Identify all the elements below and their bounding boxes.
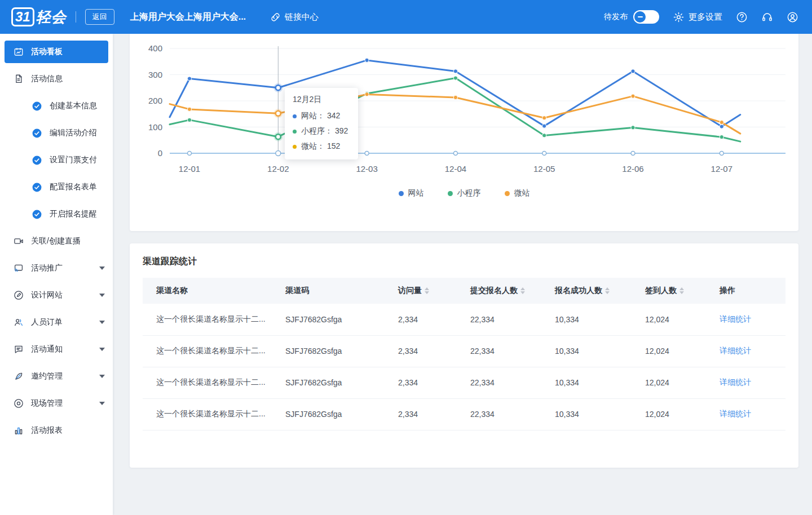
sidebar-item-8[interactable]: 活动推广 (0, 257, 113, 279)
dashboard-icon (14, 47, 24, 57)
sidebar-item-6[interactable]: 开启报名提醒 (0, 203, 113, 225)
sidebar-item-0[interactable]: 活动看板 (5, 41, 108, 63)
baseline-marker (188, 152, 192, 156)
more-settings-label: 更多设置 (689, 12, 722, 23)
cell-1: SJFJ7682Gsfga (281, 304, 394, 335)
data-point[interactable] (453, 69, 457, 73)
chart-legend: 网站小程序微站 (143, 188, 785, 198)
x-axis-tick: 12-06 (622, 164, 643, 174)
column-header-2[interactable]: 访问量 (394, 278, 466, 304)
chevron-down-icon (99, 294, 105, 297)
y-axis-tick: 300 (148, 70, 162, 79)
legend-item-网站[interactable]: 网站 (399, 188, 424, 198)
sidebar-item-label: 活动信息 (31, 74, 63, 84)
legend-item-微站[interactable]: 微站 (505, 188, 530, 198)
sort-icon[interactable] (679, 287, 684, 294)
data-point[interactable] (453, 95, 457, 99)
publish-status-label: 待发布 (604, 12, 628, 22)
data-point[interactable] (187, 107, 191, 111)
data-point-active[interactable] (276, 85, 281, 90)
toggle-knob (634, 11, 646, 23)
table-row: 这一个很长渠道名称显示十二...SJFJ7682Gsfga2,33422,334… (143, 367, 785, 398)
x-axis-tick: 12-04 (445, 164, 466, 174)
detail-stats-link[interactable]: 详细统计 (720, 409, 751, 418)
app-logo: 31 轻会 (11, 7, 67, 27)
data-point[interactable] (631, 69, 635, 73)
help-icon[interactable] (736, 11, 748, 23)
data-point[interactable] (631, 94, 635, 98)
sort-icon[interactable] (520, 287, 525, 294)
main-content: 访问量明细 今日7日30日一年 010020030040012-0112-021… (113, 0, 812, 468)
x-axis-tick: 12-05 (533, 164, 555, 174)
detail-stats-link[interactable]: 详细统计 (720, 314, 751, 323)
sidebar-item-1[interactable]: 活动信息 (0, 68, 113, 90)
visits-chart[interactable]: 010020030040012-0112-0212-0312-0412-0512… (143, 41, 785, 181)
publish-toggle[interactable] (633, 10, 659, 24)
column-header-4[interactable]: 报名成功人数 (550, 278, 641, 304)
data-point[interactable] (631, 126, 635, 130)
sidebar-item-label: 人员订单 (31, 317, 63, 327)
column-header-5[interactable]: 签到人数 (641, 278, 715, 304)
sidebar-item-12[interactable]: 邀约管理 (0, 365, 113, 388)
column-label: 渠道名称 (156, 286, 188, 296)
sidebar-item-14[interactable]: 活动报表 (0, 419, 113, 442)
data-point-active[interactable] (276, 134, 281, 139)
column-label: 报名成功人数 (555, 286, 602, 296)
data-point[interactable] (720, 121, 723, 125)
legend-label: 网站 (408, 188, 424, 198)
user-avatar-icon[interactable] (787, 11, 798, 23)
cell-3: 22,334 (466, 398, 550, 430)
cell-3: 22,334 (466, 367, 550, 398)
legend-dot-icon (399, 191, 404, 196)
table-title: 渠道跟踪统计 (143, 256, 197, 266)
baseline-marker (276, 151, 281, 156)
check-circle-icon (32, 101, 42, 112)
sidebar-item-7[interactable]: 关联/创建直播 (0, 230, 113, 252)
baseline-marker (631, 152, 635, 156)
sidebar-item-label: 关联/创建直播 (31, 236, 81, 246)
sidebar-item-11[interactable]: 活动通知 (0, 338, 113, 361)
cell-5: 12,024 (641, 398, 715, 430)
sidebar-item-10[interactable]: 人员订单 (0, 311, 113, 334)
sidebar-item-2[interactable]: 创建基本信息 (0, 95, 113, 117)
sidebar-item-4[interactable]: 设置门票支付 (0, 149, 113, 171)
column-header-3[interactable]: 提交报名人数 (466, 278, 550, 304)
onsite-icon (14, 398, 24, 409)
sidebar-item-9[interactable]: 设计网站 (0, 284, 113, 307)
sidebar-item-label: 邀约管理 (31, 371, 63, 381)
sidebar-item-label: 设计网站 (31, 290, 63, 300)
column-header-0: 渠道名称 (143, 278, 281, 304)
data-point-active[interactable] (276, 111, 281, 116)
cell-1: SJFJ7682Gsfga (281, 367, 394, 398)
data-point[interactable] (453, 76, 457, 80)
data-point[interactable] (187, 77, 191, 81)
detail-stats-link[interactable]: 详细统计 (720, 346, 751, 355)
invite-icon (14, 371, 24, 381)
more-settings-button[interactable]: 更多设置 (673, 11, 722, 23)
support-headset-icon[interactable] (761, 11, 773, 23)
column-label: 操作 (720, 286, 735, 296)
sort-icon[interactable] (425, 287, 429, 294)
sort-icon[interactable] (605, 287, 610, 294)
document-icon (14, 74, 24, 84)
detail-stats-link[interactable]: 详细统计 (720, 378, 751, 387)
data-point[interactable] (542, 116, 546, 120)
cell-4: 10,334 (550, 304, 641, 335)
data-point[interactable] (365, 58, 369, 62)
back-button[interactable]: 返回 (85, 9, 114, 25)
data-point[interactable] (187, 118, 191, 122)
sidebar-item-3[interactable]: 编辑活动介绍 (0, 122, 113, 144)
sidebar-item-13[interactable]: 现场管理 (0, 392, 113, 415)
data-point[interactable] (720, 135, 723, 139)
channel-stats-table: 渠道名称渠道码访问量提交报名人数报名成功人数签到人数操作 这一个很长渠道名称显示… (143, 278, 785, 430)
link-center-button[interactable]: 链接中心 (270, 11, 319, 23)
legend-dot-icon (505, 191, 510, 196)
data-point[interactable] (365, 92, 369, 96)
column-header-6: 操作 (715, 278, 785, 304)
data-point[interactable] (542, 134, 546, 137)
data-point[interactable] (720, 125, 723, 128)
legend-item-小程序[interactable]: 小程序 (448, 188, 481, 198)
sidebar-item-5[interactable]: 配置报名表单 (0, 176, 113, 198)
sidebar-item-label: 创建基本信息 (50, 101, 97, 111)
data-point[interactable] (542, 124, 546, 128)
